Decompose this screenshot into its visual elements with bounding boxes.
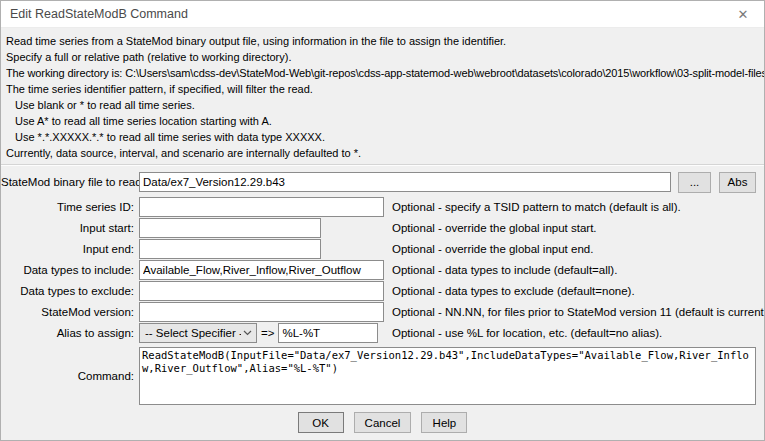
input-end-label: Input end: [1,243,139,255]
form-row-input-end: Input end: Optional - override the globa… [1,239,764,259]
input-end-note: Optional - override the global input end… [392,243,593,255]
close-icon: ✕ [738,7,749,22]
note-line: Use A* to read all time series location … [6,113,764,129]
form-row-command: Command: ReadStateModB(InputFile="Data/e… [1,347,764,405]
browse-button[interactable]: ... [678,172,711,193]
datatypes-include-input[interactable] [139,260,384,280]
statemod-version-input[interactable] [139,302,384,322]
form-panel: StateMod binary file to read: ... Abs Ti… [1,166,764,433]
input-start-input[interactable] [139,218,321,238]
binary-file-label: StateMod binary file to read: [1,176,139,188]
chevron-down-icon [243,330,252,336]
title-bar: Edit ReadStateModB Command ✕ [1,1,764,28]
help-button[interactable]: Help [421,412,467,433]
cancel-button[interactable]: Cancel [354,412,412,433]
input-start-label: Input start: [1,222,139,234]
form-row-statemod-version: StateMod version: Optional - NN.NN, for … [1,302,764,322]
form-row-alias: Alias to assign: -- Select Specifier -- … [1,323,764,343]
form-row-binary-file: StateMod binary file to read: ... Abs [1,172,764,192]
ok-button[interactable]: OK [298,412,344,433]
tsid-label: Time series ID: [1,201,139,213]
tsid-note: Optional - specify a TSID pattern to mat… [392,201,681,213]
note-line: Use *.*.XXXXX.*.* to read all time serie… [6,129,764,145]
close-button[interactable]: ✕ [722,1,764,27]
form-row-tsid: Time series ID: Optional - specify a TSI… [1,197,764,217]
tsid-input[interactable] [139,197,384,217]
alias-input[interactable] [278,323,378,343]
datatypes-include-note: Optional - data types to include (defaul… [392,264,617,276]
dialog-title: Edit ReadStateModB Command [10,7,188,21]
datatypes-exclude-note: Optional - data types to exclude (defaul… [392,285,635,297]
abs-path-button[interactable]: Abs [719,172,756,193]
input-start-note: Optional - override the global input sta… [392,222,597,234]
alias-specifier-value: -- Select Specifier -- [145,327,241,339]
note-line: Read time series from a StateMod binary … [6,33,764,49]
note-line: Use blank or * to read all time series. [6,97,764,113]
datatypes-exclude-label: Data types to exclude: [1,285,139,297]
input-end-input[interactable] [139,239,321,259]
note-line: Currently, data source, interval, and sc… [6,145,764,161]
form-row-datatypes-include: Data types to include: Optional - data t… [1,260,764,280]
form-row-input-start: Input start: Optional - override the glo… [1,218,764,238]
note-line: The time series identifier pattern, if s… [6,81,764,97]
datatypes-exclude-input[interactable] [139,281,384,301]
datatypes-include-label: Data types to include: [1,264,139,276]
statemod-version-label: StateMod version: [1,306,139,318]
binary-file-input[interactable] [139,172,671,192]
statemod-version-note: Optional - NN.NN, for files prior to Sta… [392,306,765,318]
alias-arrow-label: => [261,327,274,339]
dialog-edit-readstatemodb: Edit ReadStateModB Command ✕ Read time s… [0,0,765,441]
alias-note: Optional - use %L for location, etc. (de… [392,327,662,339]
command-label: Command: [1,370,139,382]
alias-label: Alias to assign: [1,327,139,339]
alias-specifier-dropdown[interactable]: -- Select Specifier -- [139,323,257,343]
form-row-datatypes-exclude: Data types to exclude: Optional - data t… [1,281,764,301]
command-textarea[interactable]: ReadStateModB(InputFile="Data/ex7_Versio… [139,347,756,405]
working-directory-note: The working directory is: C:\Users\sam\c… [6,65,764,81]
dialog-button-bar: OK Cancel Help [1,412,764,433]
description-panel: Read time series from a StateMod binary … [1,28,764,161]
note-line: Specify a full or relative path (relativ… [6,49,764,65]
